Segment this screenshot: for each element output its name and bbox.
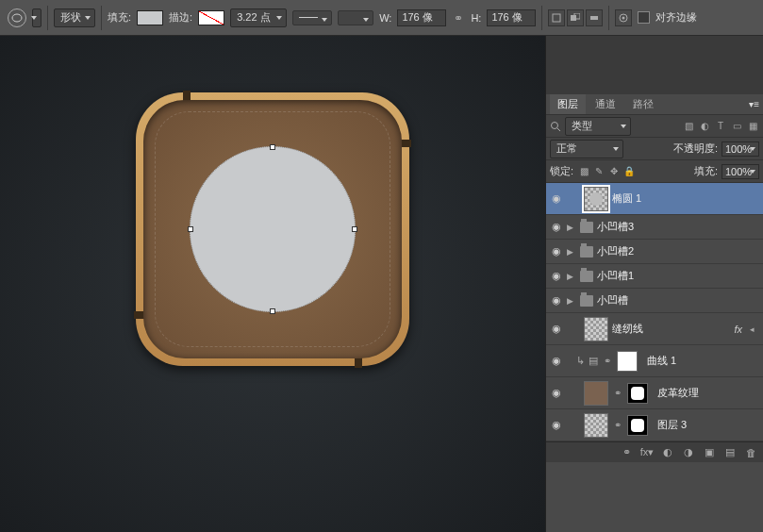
- filter-pixel-icon[interactable]: ▧: [682, 120, 695, 133]
- layer-name: 小凹槽2: [597, 244, 759, 258]
- tool-arrow-icon[interactable]: [32, 8, 41, 27]
- layer-row[interactable]: ◉ ⚭ 皮革纹理: [546, 377, 763, 409]
- ellipse-tool-icon[interactable]: [8, 8, 26, 27]
- twirl-icon[interactable]: ▶: [567, 272, 576, 281]
- visibility-icon[interactable]: ◉: [550, 419, 563, 432]
- tab-paths[interactable]: 路径: [625, 94, 661, 114]
- twirl-icon[interactable]: ▶: [567, 247, 576, 257]
- layer-row[interactable]: ◉ 缝纫线 fx ◂: [546, 313, 763, 345]
- opacity-input[interactable]: 100%: [722, 141, 759, 157]
- layer-row[interactable]: ◉ ▶ 小凹槽3: [546, 215, 763, 240]
- filter-smart-icon[interactable]: ▦: [746, 120, 759, 133]
- link-layers-icon[interactable]: ⚭: [620, 446, 633, 459]
- new-layer-icon[interactable]: ▤: [723, 446, 737, 459]
- svg-line-8: [557, 128, 560, 131]
- fill-opacity-input[interactable]: 100%: [722, 164, 759, 179]
- layer-row[interactable]: ◉ ▶ 小凹槽1: [546, 264, 763, 289]
- layer-name: 曲线 1: [647, 354, 759, 368]
- visibility-icon[interactable]: ◉: [550, 270, 563, 283]
- stroke-weight-dropdown[interactable]: 3.22 点: [230, 8, 287, 27]
- folder-icon: [580, 246, 593, 258]
- layer-row[interactable]: ◉ ▶ 小凹槽: [546, 289, 763, 313]
- mask-icon[interactable]: ◐: [661, 446, 674, 459]
- twirl-icon[interactable]: ▶: [567, 296, 576, 306]
- lock-label: 锁定:: [550, 164, 573, 178]
- layer-name: 小凹槽: [597, 293, 759, 308]
- trash-icon[interactable]: 🗑: [744, 446, 757, 459]
- fill-opacity-label: 填充:: [694, 164, 718, 178]
- fx-badge[interactable]: fx: [734, 324, 742, 335]
- layer-thumb[interactable]: [584, 381, 608, 406]
- svg-rect-1: [553, 14, 560, 22]
- folder-icon: [580, 222, 593, 233]
- path-align-button[interactable]: [567, 9, 584, 26]
- layer-thumb[interactable]: [584, 187, 608, 211]
- filter-shape-icon[interactable]: ▭: [730, 120, 743, 133]
- lock-row: 锁定: ▩ ✎ ✥ 🔒 填充: 100%: [546, 160, 763, 183]
- fx-icon[interactable]: fx▾: [640, 446, 654, 459]
- stroke-swatch-none[interactable]: [198, 10, 224, 25]
- layer-row[interactable]: ◉ ⚭ 图层 3: [546, 409, 763, 441]
- height-input[interactable]: [487, 9, 536, 26]
- options-bar: 形状 填充: 描边: 3.22 点 W: ⚭ H: 对齐边缘: [0, 0, 763, 36]
- link-icon: ⚭: [614, 388, 622, 398]
- height-label: H:: [471, 12, 481, 24]
- adjustment-icon[interactable]: ◑: [682, 446, 695, 459]
- align-edges-checkbox[interactable]: [638, 11, 650, 24]
- lock-pixels-icon[interactable]: ✎: [592, 165, 605, 178]
- stroke-style-dropdown[interactable]: [292, 10, 332, 25]
- visibility-icon[interactable]: ◉: [550, 294, 563, 308]
- panel-tabs: 图层 通道 路径 ▾≡: [546, 94, 763, 115]
- visibility-icon[interactable]: ◉: [550, 221, 563, 234]
- path-operations: [548, 9, 603, 26]
- layer-name: 皮革纹理: [657, 386, 759, 400]
- path-combine-button[interactable]: [548, 9, 565, 26]
- tab-layers[interactable]: 图层: [550, 94, 586, 114]
- filter-type-label: 类型: [572, 119, 592, 133]
- folder-icon: [580, 271, 593, 282]
- fill-opacity-value: 100%: [725, 166, 752, 177]
- layer-thumb[interactable]: [584, 317, 608, 341]
- canvas[interactable]: [0, 36, 546, 532]
- layer-filter-row: 类型 ▧ ◐ T ▭ ▦: [546, 115, 763, 138]
- panel-menu-icon[interactable]: ▾≡: [749, 99, 759, 109]
- mask-thumb[interactable]: [627, 383, 648, 404]
- group-icon[interactable]: ▣: [703, 446, 716, 459]
- gear-icon[interactable]: [615, 9, 632, 26]
- path-arrange-button[interactable]: [586, 9, 603, 26]
- tab-channels[interactable]: 通道: [588, 94, 623, 114]
- adjust-icon: ▤: [589, 355, 598, 367]
- filter-adjust-icon[interactable]: ◐: [698, 120, 711, 133]
- twirl-icon[interactable]: ▶: [567, 223, 576, 232]
- twirl-icon[interactable]: ◂: [750, 324, 759, 334]
- visibility-icon[interactable]: ◉: [550, 355, 563, 368]
- link-wh-icon[interactable]: ⚭: [452, 11, 465, 25]
- fill-swatch[interactable]: [137, 10, 163, 25]
- mask-thumb[interactable]: [617, 351, 638, 372]
- layer-row[interactable]: ◉ ↳ ▤ ⚭ 曲线 1: [546, 345, 763, 377]
- visibility-icon[interactable]: ◉: [550, 245, 563, 258]
- width-input[interactable]: [397, 9, 446, 26]
- svg-rect-2: [571, 15, 576, 21]
- mask-thumb[interactable]: [627, 415, 648, 436]
- filter-type-dropdown[interactable]: 类型: [565, 117, 631, 136]
- visibility-icon[interactable]: ◉: [550, 323, 563, 336]
- lock-all-icon[interactable]: 🔒: [622, 165, 636, 178]
- visibility-icon[interactable]: ◉: [550, 387, 563, 400]
- stroke-weight-value: 3.22 点: [237, 10, 270, 25]
- lock-transparency-icon[interactable]: ▩: [577, 165, 590, 178]
- width-label: W:: [379, 12, 391, 24]
- stroke-label: 描边:: [169, 10, 192, 25]
- ellipse-shape[interactable]: [190, 146, 356, 312]
- layer-row[interactable]: ◉ ▶ 小凹槽2: [546, 240, 763, 264]
- layer-panel-footer: ⚭ fx▾ ◐ ◑ ▣ ▤ 🗑: [546, 441, 763, 462]
- filter-type-icon[interactable]: T: [714, 120, 727, 133]
- tool-mode-dropdown[interactable]: 形状: [54, 8, 95, 27]
- lock-position-icon[interactable]: ✥: [607, 165, 621, 178]
- opacity-label: 不透明度:: [673, 141, 718, 156]
- layer-thumb[interactable]: [584, 413, 608, 438]
- layer-row[interactable]: ◉ 椭圆 1: [546, 183, 763, 215]
- visibility-icon[interactable]: ◉: [550, 192, 563, 206]
- stroke-caps-dropdown[interactable]: [338, 10, 373, 25]
- blend-mode-dropdown[interactable]: 正常: [550, 140, 623, 158]
